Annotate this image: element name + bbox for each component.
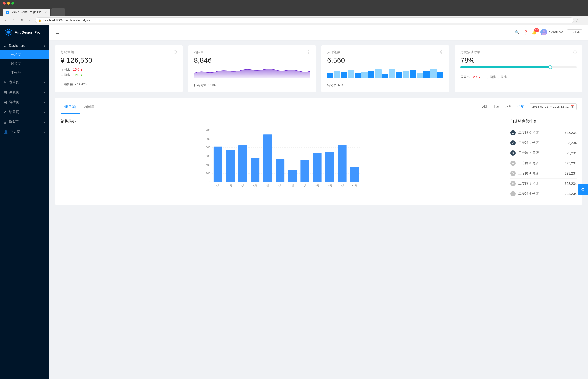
forward-button[interactable]: ›	[11, 17, 17, 23]
info-icon-ops[interactable]: ⓘ	[573, 50, 577, 54]
sidebar-item-form[interactable]: ✎ 表单页 ▼	[0, 77, 49, 87]
search-icon[interactable]: 🔍	[515, 30, 520, 34]
visits-wave-chart	[194, 66, 310, 78]
chevron-down-icon6: ▼	[43, 131, 46, 133]
back-button[interactable]: ‹	[3, 17, 9, 23]
mini-bar-item	[430, 69, 437, 78]
info-icon-visits[interactable]: ⓘ	[307, 50, 310, 54]
mini-bar-item	[417, 73, 423, 78]
sidebar-item-workspace[interactable]: 工作台	[0, 68, 49, 77]
minimize-dot[interactable]	[7, 2, 10, 5]
reload-button[interactable]: ↻	[19, 17, 25, 23]
result-icon: ✓	[4, 110, 7, 114]
rank-name: 工专路 6 号店	[518, 192, 562, 196]
chevron-down-icon2: ▼	[43, 91, 46, 94]
payments-bar-chart	[327, 66, 443, 78]
bar-chart-container: 1200100080060040020001月2月3月4月5月6月7月8月9月1…	[61, 128, 505, 199]
info-icon-payments[interactable]: ⓘ	[440, 50, 443, 54]
svg-rect-26	[251, 158, 260, 182]
sidebar-item-exception[interactable]: △ 异常页 ▼	[0, 117, 49, 127]
menu-toggle[interactable]: ☰	[55, 29, 61, 36]
stat-value-operations: 78%	[460, 56, 577, 64]
browser-menu-icon[interactable]: ⋮	[581, 17, 585, 23]
change2-value-sales: 11%	[73, 73, 79, 77]
mini-bar-item	[424, 71, 430, 78]
settings-float-button[interactable]: ⚙	[578, 184, 588, 195]
filter-year[interactable]: 全年	[516, 104, 526, 110]
sidebar: Ant Design Pro ⊙ Dashboard ▲ 分析页 监控页 工作台…	[0, 25, 49, 379]
svg-text:1月: 1月	[216, 184, 220, 187]
tab-title: 分析页 - Ant Design Pro	[11, 10, 41, 14]
chevron-down-icon5: ▼	[43, 121, 46, 124]
stat-footer-sales: 日销售额 ¥ 12,423	[61, 79, 177, 86]
notification-icon[interactable]: 🔔 12	[532, 30, 537, 34]
svg-rect-22	[226, 150, 235, 182]
tab-sales[interactable]: 销售额	[61, 104, 80, 113]
fullscreen-dot[interactable]	[11, 2, 14, 5]
rank-value: 323,234	[565, 182, 577, 186]
detail-label: 详情页	[9, 100, 19, 104]
lock-icon: 🔒	[38, 19, 41, 22]
browser-nav: ‹ › ↻ ⌂ 🔒 localhost:8000/dashboard/analy…	[0, 16, 588, 25]
svg-text:5月: 5月	[266, 184, 270, 187]
rank-name: 工专路 0 号店	[518, 131, 562, 135]
profile-label: 个人页	[10, 130, 20, 134]
svg-text:10月: 10月	[327, 184, 332, 187]
svg-text:200: 200	[206, 172, 210, 175]
tab-visits[interactable]: 访问量	[80, 104, 98, 113]
svg-point-4	[542, 30, 545, 32]
help-icon[interactable]: ❓	[523, 30, 528, 34]
sidebar-item-detail[interactable]: ▣ 详情页 ▼	[0, 97, 49, 107]
ranking-item: 2工专路 1 号店323,234	[510, 138, 577, 148]
rank-value: 323,234	[565, 141, 577, 145]
sidebar-item-analysis[interactable]: 分析页	[0, 50, 49, 59]
svg-text:8月: 8月	[303, 184, 307, 187]
address-bar[interactable]: 🔒 localhost:8000/dashboard/analysis	[35, 17, 574, 23]
svg-text:12月: 12月	[352, 184, 357, 187]
ranking-list: 1工专路 0 号店323,2342工专路 1 号店323,2343工专路 2 号…	[510, 128, 577, 199]
filter-today[interactable]: 今日	[479, 104, 489, 110]
browser-tab-active[interactable]: P 分析页 - Ant Design Pro ×	[3, 9, 50, 16]
close-dot[interactable]	[3, 2, 6, 5]
sidebar-item-list[interactable]: ▤ 列表页 ▼	[0, 87, 49, 97]
notification-badge: 12	[534, 28, 539, 32]
mini-bar-item	[355, 73, 361, 78]
mini-bar-item	[368, 71, 375, 78]
sidebar-item-result[interactable]: ✓ 结果页 ▼	[0, 107, 49, 117]
chevron-down-icon3: ▼	[43, 101, 46, 104]
svg-text:11月: 11月	[340, 184, 345, 187]
svg-text:1200: 1200	[205, 129, 210, 131]
profile-icon: 👤	[4, 130, 8, 134]
mini-bar-item	[403, 70, 409, 78]
browser-tab-ghost[interactable]	[51, 8, 65, 16]
home-button[interactable]: ⌂	[27, 17, 33, 23]
info-icon[interactable]: ⓘ	[174, 50, 177, 54]
calendar-icon: 📅	[571, 105, 574, 108]
svg-text:9月: 9月	[315, 184, 319, 187]
mini-bar-item	[389, 69, 395, 78]
chart-section: 销售额 访问量 今日 本周 本月 全年 2018-01-01 ～ 2018-12…	[55, 98, 582, 205]
language-button[interactable]: English	[567, 29, 582, 35]
chevron-down-icon4: ▼	[43, 111, 46, 113]
list-label: 列表页	[9, 90, 19, 95]
tab-close[interactable]: ×	[45, 10, 47, 14]
svg-rect-38	[325, 152, 334, 182]
sidebar-item-dashboard[interactable]: ⊙ Dashboard ▲	[0, 41, 49, 50]
rank-badge: 1	[510, 130, 516, 135]
mini-bar-item	[410, 70, 416, 78]
filter-week[interactable]: 本周	[491, 104, 501, 110]
chart-title: 销售趋势	[61, 119, 505, 124]
sidebar-item-monitor[interactable]: 监控页	[0, 59, 49, 68]
filter-month[interactable]: 本月	[503, 104, 514, 110]
rank-badge: 2	[510, 140, 516, 145]
user-info[interactable]: Serati Ma	[540, 29, 563, 35]
ranking-item: 6工专路 5 号店323,234	[510, 179, 577, 189]
date-range-picker[interactable]: 2018-01-01 ～ 2018-12-31 📅	[530, 103, 577, 110]
svg-rect-32	[288, 170, 297, 182]
sidebar-item-profile[interactable]: 👤 个人页 ▼	[0, 127, 49, 137]
dashboard-label: Dashboard	[9, 44, 25, 47]
mini-bar-item	[375, 69, 381, 78]
change1-value-sales: 12%	[73, 68, 79, 71]
header-right: 🔍 ❓ 🔔 12 Serati Ma English	[515, 29, 582, 35]
bookmark-icon[interactable]: ☆	[576, 18, 579, 22]
